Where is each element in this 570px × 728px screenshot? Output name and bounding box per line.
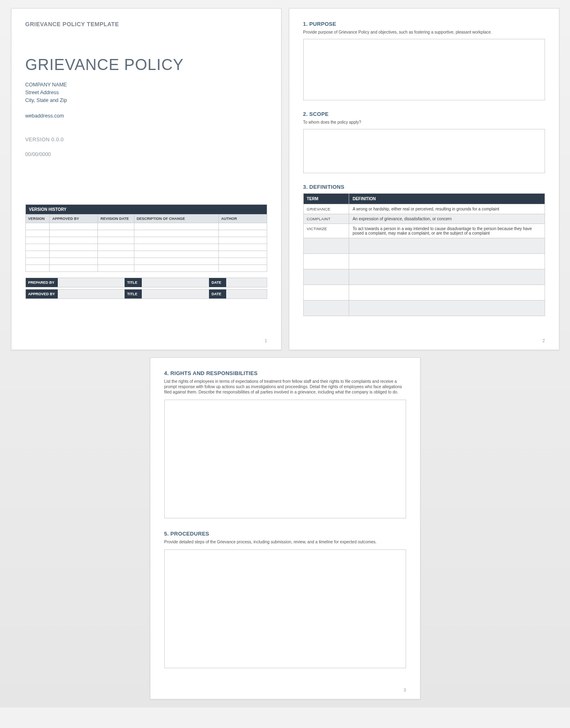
- vh-header-author: AUTHOR: [218, 215, 267, 223]
- rights-heading: 4. RIGHTS AND RESPONSIBILITIES: [164, 370, 406, 376]
- prepared-date-label: DATE: [209, 278, 226, 287]
- company-block: COMPANY NAME Street Address City, State …: [25, 81, 267, 104]
- scope-heading: 2. SCOPE: [303, 111, 545, 117]
- table-row: [25, 244, 267, 251]
- document-title: GRIEVANCE POLICY: [25, 56, 267, 74]
- prepared-date-value: [226, 278, 266, 287]
- purpose-input-box: [303, 39, 545, 100]
- table-row: [25, 265, 267, 272]
- scope-description: To whom does the policy apply?: [303, 120, 545, 125]
- version-label: VERSION 0.0.0: [25, 137, 267, 142]
- def-term: COMPLAINT: [303, 214, 349, 224]
- page-2: 1. PURPOSE Provide purpose of Grievance …: [289, 8, 559, 350]
- definitions-section: 3. DEFINITIONS TERM DEFINITION GRIEVANCE…: [303, 184, 545, 316]
- page-number: 3: [404, 688, 406, 692]
- page-3: 4. RIGHTS AND RESPONSIBILITIES List the …: [150, 357, 420, 699]
- table-row: [303, 254, 545, 269]
- table-row: VICTIMIZE To act towards a person in a w…: [303, 224, 545, 238]
- prepared-by-label: PREPARED BY: [26, 278, 58, 287]
- rights-section: 4. RIGHTS AND RESPONSIBILITIES List the …: [164, 370, 406, 518]
- approved-date-label: DATE: [209, 289, 226, 298]
- company-name: COMPANY NAME: [25, 81, 267, 89]
- rights-input-box: [164, 400, 406, 518]
- vh-header-revision-date: REVISION DATE: [98, 215, 134, 223]
- approved-title-label: TITLE: [125, 289, 142, 298]
- page-1: GRIEVANCE POLICY TEMPLATE GRIEVANCE POLI…: [11, 8, 282, 350]
- version-history-table: VERSION APPROVED BY REVISION DATE DESCRI…: [25, 214, 267, 272]
- procedures-heading: 5. PROCEDURES: [164, 531, 406, 537]
- definitions-table: TERM DEFINITION GRIEVANCE A wrong or har…: [303, 193, 545, 316]
- template-eyebrow: GRIEVANCE POLICY TEMPLATE: [25, 21, 267, 27]
- rights-description: List the rights of employees in terms of…: [164, 379, 406, 395]
- def-header-term: TERM: [303, 194, 349, 204]
- approved-by-value: [58, 289, 125, 298]
- procedures-section: 5. PROCEDURES Provide detailed steps of …: [164, 531, 406, 668]
- table-row: [303, 301, 545, 316]
- table-row: [25, 251, 267, 258]
- procedures-input-box: [164, 549, 406, 668]
- signature-section: PREPARED BY TITLE DATE APPROVED BY TITLE…: [25, 278, 267, 299]
- table-row: [303, 238, 545, 254]
- purpose-heading: 1. PURPOSE: [303, 21, 545, 27]
- table-row: [25, 223, 267, 230]
- prepared-by-value: [58, 278, 125, 287]
- scope-input-box: [303, 129, 545, 173]
- definitions-heading: 3. DEFINITIONS: [303, 184, 545, 190]
- prepared-by-row: PREPARED BY TITLE DATE: [25, 278, 267, 287]
- table-row: [303, 285, 545, 301]
- page-number: 1: [265, 339, 267, 343]
- def-definition: An expression of grievance, dissatisfact…: [349, 214, 545, 224]
- def-term: VICTIMIZE: [303, 224, 349, 238]
- table-row: COMPLAINT An expression of grievance, di…: [303, 214, 545, 224]
- version-history-title: VERSION HISTORY: [25, 204, 267, 214]
- scope-section: 2. SCOPE To whom does the policy apply?: [303, 111, 545, 173]
- vh-header-approved-by: APPROVED BY: [50, 215, 98, 223]
- table-row: GRIEVANCE A wrong or hardship, either re…: [303, 204, 545, 214]
- def-term: GRIEVANCE: [303, 204, 349, 214]
- vh-header-version: VERSION: [25, 215, 50, 223]
- def-definition: To act towards a person in a way intende…: [349, 224, 545, 238]
- table-row: [25, 230, 267, 237]
- web-address: webaddress.com: [25, 113, 267, 119]
- vh-header-description: DESCRIPTION OF CHANGE: [134, 215, 218, 223]
- document-date: 00/00/0000: [25, 151, 267, 157]
- prepared-title-value: [142, 278, 209, 287]
- def-definition: A wrong or hardship, either real or perc…: [349, 204, 545, 214]
- approved-by-label: APPROVED BY: [26, 289, 58, 298]
- approved-date-value: [226, 289, 266, 298]
- street-address: Street Address: [25, 89, 267, 97]
- table-row: [303, 269, 545, 285]
- table-row: [25, 258, 267, 265]
- def-header-definition: DEFINITION: [349, 194, 545, 204]
- city-state-zip: City, State and Zip: [25, 97, 267, 104]
- prepared-title-label: TITLE: [125, 278, 142, 287]
- page-number: 2: [543, 339, 545, 343]
- procedures-description: Provide detailed steps of the Grievance …: [164, 539, 406, 545]
- version-history-section: VERSION HISTORY VERSION APPROVED BY REVI…: [25, 204, 267, 272]
- table-row: [25, 237, 267, 244]
- approved-title-value: [142, 289, 209, 298]
- approved-by-row: APPROVED BY TITLE DATE: [25, 289, 267, 299]
- purpose-description: Provide purpose of Grievance Policy and …: [303, 29, 545, 35]
